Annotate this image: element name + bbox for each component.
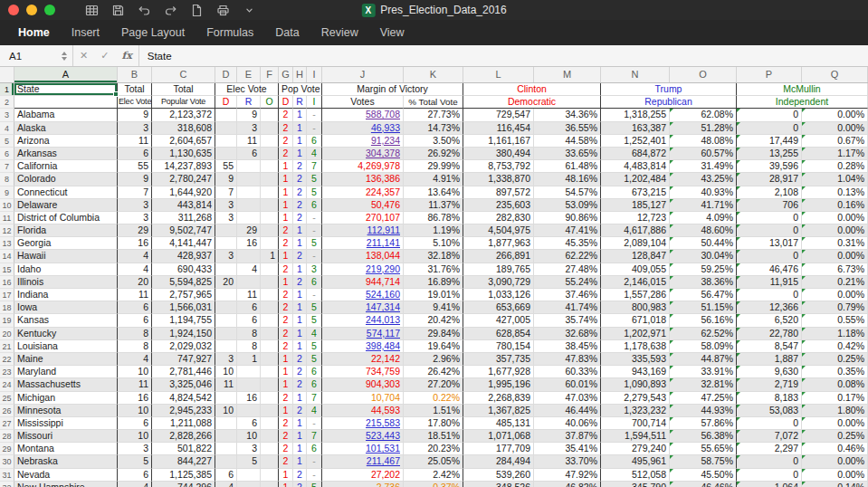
cell-F14[interactable]: 1 (261, 250, 279, 263)
cell-F9[interactable] (261, 186, 279, 199)
cell-E31[interactable] (237, 469, 261, 482)
cell-J3[interactable]: 588,708 (322, 109, 404, 121)
cell-L17[interactable]: 1,033,126 (463, 289, 534, 301)
cell-P23[interactable]: 9,630 (737, 366, 802, 378)
cell-E29[interactable]: 3 (237, 443, 261, 455)
cell-E19[interactable]: 6 (237, 314, 261, 327)
cell-B25[interactable]: 16 (118, 392, 152, 405)
cell-D13[interactable] (215, 237, 237, 250)
cell-E18[interactable]: 6 (237, 301, 261, 314)
cell-G32[interactable]: 1 (279, 482, 293, 487)
cell-N1[interactable]: Trump (601, 83, 737, 96)
cell-D32[interactable]: 4 (215, 482, 237, 487)
cell-C22[interactable]: 747,927 (152, 353, 215, 366)
cell-H11[interactable]: 2 (293, 212, 307, 224)
cell-J8[interactable]: 136,386 (322, 173, 404, 186)
cell-A32[interactable]: New Hampshire (14, 482, 118, 487)
cell-L12[interactable]: 4,504,975 (463, 224, 534, 237)
cell-G5[interactable]: 2 (279, 135, 293, 148)
cell-B18[interactable]: 6 (118, 301, 152, 314)
cell-C27[interactable]: 1,211,088 (152, 417, 215, 430)
cell-H24[interactable]: 2 (293, 378, 307, 391)
close-window-button[interactable] (8, 5, 19, 15)
redo-icon[interactable] (163, 3, 177, 17)
cell-E32[interactable] (237, 482, 261, 487)
cell-K30[interactable]: 25.05% (404, 455, 463, 468)
column-header-G[interactable]: G (279, 67, 293, 82)
cell-H28[interactable]: 1 (293, 430, 307, 443)
cell-J14[interactable]: 138,044 (322, 250, 404, 263)
cell-P8[interactable]: 28,917 (737, 173, 802, 186)
cell-P3[interactable]: 0 (737, 109, 802, 121)
cell-N18[interactable]: 800,983 (601, 301, 670, 314)
cell-A28[interactable]: Missouri (14, 430, 118, 443)
cell-M24[interactable]: 60.01% (534, 378, 601, 391)
cell-K27[interactable]: 17.80% (404, 417, 463, 430)
cell-B14[interactable]: 4 (118, 250, 152, 263)
cell-B30[interactable]: 5 (118, 455, 152, 468)
row-header-15[interactable]: 15 (0, 263, 14, 276)
cell-E16[interactable] (237, 276, 261, 289)
row-header-18[interactable]: 18 (0, 301, 14, 314)
cell-L16[interactable]: 3,090,729 (463, 276, 534, 289)
cell-O32[interactable]: 46.46% (670, 482, 737, 487)
cell-B19[interactable]: 6 (118, 314, 152, 327)
cell-P24[interactable]: 2,719 (737, 378, 802, 391)
cell-B15[interactable]: 4 (118, 263, 152, 276)
cell-D6[interactable] (215, 148, 237, 160)
cell-N7[interactable]: 4,483,814 (601, 160, 670, 173)
cell-M3[interactable]: 34.36% (534, 109, 601, 121)
cell-L25[interactable]: 2,268,839 (463, 392, 534, 405)
cell-N6[interactable]: 684,872 (601, 148, 670, 160)
cell-H14[interactable]: 2 (293, 250, 307, 263)
cell-C7[interactable]: 14,237,893 (152, 160, 215, 173)
cell-N11[interactable]: 12,723 (601, 212, 670, 224)
cell-B10[interactable]: 3 (118, 199, 152, 212)
cell-J1[interactable]: Margin of Victory (322, 83, 463, 96)
cell-G30[interactable]: 2 (279, 455, 293, 468)
column-header-I[interactable]: I (307, 67, 322, 82)
cell-B12[interactable]: 29 (118, 224, 152, 237)
cell-H18[interactable]: 1 (293, 301, 307, 314)
cell-N30[interactable]: 495,961 (601, 455, 670, 468)
cell-K31[interactable]: 2.42% (404, 469, 463, 482)
cell-L10[interactable]: 235,603 (463, 199, 534, 212)
cell-M10[interactable]: 53.09% (534, 199, 601, 212)
cell-A20[interactable]: Kentucky (14, 328, 118, 340)
cell-C32[interactable]: 744,296 (152, 482, 215, 487)
cell-N19[interactable]: 671,018 (601, 314, 670, 327)
cell-Q12[interactable]: 0.00% (802, 224, 868, 237)
cell-F28[interactable] (261, 430, 279, 443)
cell-G8[interactable]: 1 (279, 173, 293, 186)
cell-C20[interactable]: 1,924,150 (152, 328, 215, 340)
cell-I25[interactable]: 7 (307, 392, 322, 405)
cell-D14[interactable]: 3 (215, 250, 237, 263)
cell-M20[interactable]: 32.68% (534, 328, 601, 340)
cell-L21[interactable]: 780,154 (463, 340, 534, 353)
cell-J13[interactable]: 211,141 (322, 237, 404, 250)
cell-O15[interactable]: 59.25% (670, 263, 737, 276)
cell-K25[interactable]: 0.22% (404, 392, 463, 405)
cell-F31[interactable] (261, 469, 279, 482)
cell-I28[interactable]: 7 (307, 430, 322, 443)
cell-D20[interactable] (215, 328, 237, 340)
cell-A15[interactable]: Idaho (14, 263, 118, 276)
cell-D11[interactable]: 3 (215, 212, 237, 224)
cell-M4[interactable]: 36.55% (534, 122, 601, 135)
cell-K22[interactable]: 2.96% (404, 353, 463, 366)
cell-F2[interactable]: O (261, 96, 279, 109)
cell-G7[interactable]: 1 (279, 160, 293, 173)
cell-F4[interactable] (261, 122, 279, 135)
cell-E3[interactable]: 9 (237, 109, 261, 121)
cell-P22[interactable]: 1,887 (737, 353, 802, 366)
cell-M16[interactable]: 55.24% (534, 276, 601, 289)
cell-J11[interactable]: 270,107 (322, 212, 404, 224)
cell-L32[interactable]: 348,526 (463, 482, 534, 487)
cell-K23[interactable]: 26.42% (404, 366, 463, 378)
cell-A14[interactable]: Hawaii (14, 250, 118, 263)
cell-N24[interactable]: 1,090,893 (601, 378, 670, 391)
cell-O11[interactable]: 4.09% (670, 212, 737, 224)
cell-A24[interactable]: Massachusetts (14, 378, 118, 391)
cell-D30[interactable] (215, 455, 237, 468)
cell-M31[interactable]: 47.92% (534, 469, 601, 482)
